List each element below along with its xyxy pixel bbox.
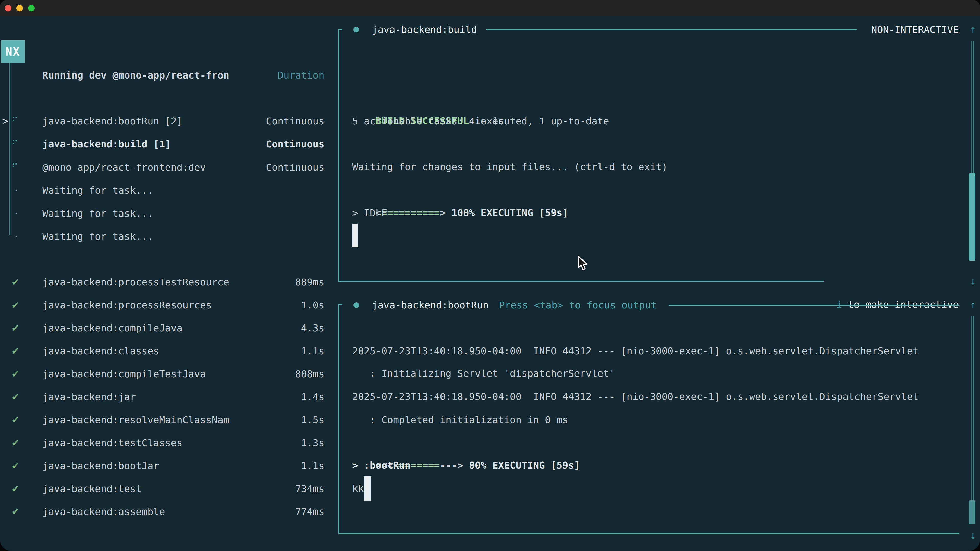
log-line: : Initializing Servlet 'dispatcherServle… xyxy=(352,362,615,385)
completed-task-row[interactable]: ✔java-backend:compileJava4.3s xyxy=(0,294,325,317)
build-panel-header-rule xyxy=(486,29,857,30)
task-duration: 774ms xyxy=(295,506,325,517)
build-scroll-up-icon[interactable]: ↑ xyxy=(967,17,979,41)
completed-task-row[interactable]: ✔java-backend:compileTestJava808ms xyxy=(0,340,325,362)
log-line: : Completed initialization in 0 ms xyxy=(352,408,568,431)
completed-task-row[interactable]: ✔java-backend:processResources1.0s xyxy=(0,271,325,294)
completed-task-row[interactable]: ✔java-backend:resolveMainClassNam1.5s xyxy=(0,386,325,408)
completed-task-row[interactable]: ✔java-backend:processTestResource889ms xyxy=(0,248,325,271)
build-waiting-line: Waiting for changes to input files... (c… xyxy=(352,156,667,178)
interactive-hint: i to make interactive xyxy=(813,270,959,293)
bootrun-input-line[interactable]: kk xyxy=(352,477,364,500)
task-label: java-backend:assemble xyxy=(42,500,165,523)
task-row-build-selected[interactable]: ⠋java-backend:build [1]Continuous xyxy=(0,110,325,133)
task-row-waiting: ·Waiting for task... xyxy=(0,156,325,179)
focus-output-hint: Press <tab> to focus output xyxy=(499,294,657,317)
completed-task-row[interactable]: ✔java-backend:test734ms xyxy=(0,454,325,477)
build-scroll-down-icon[interactable]: ↓ xyxy=(967,270,979,292)
log-line: 2025-07-23T13:40:18.950-04:00 INFO 44312… xyxy=(352,340,918,362)
build-idle-line: > IDLE xyxy=(352,202,387,224)
bootrun-scroll-up-icon[interactable]: ↑ xyxy=(967,293,979,316)
build-progress-line: <==========> 100% EXECUTING [59s] xyxy=(352,178,568,201)
titlebar xyxy=(0,0,980,16)
progress-bar: ========== xyxy=(381,207,440,218)
bootrun-scrollbar-track[interactable] xyxy=(971,316,974,501)
completed-task-row[interactable]: ✔java-backend:classes1.1s xyxy=(0,317,325,340)
sidebar-header: Running dev @mono-app/react-fronDuration xyxy=(0,41,325,64)
bootrun-panel-left-border xyxy=(338,304,339,534)
build-terminal-cursor xyxy=(352,224,358,248)
bootrun-panel-bottom-border xyxy=(338,533,959,534)
sidebar-title: Running dev @mono-app/react-fron xyxy=(42,64,229,87)
completed-task-row[interactable]: ✔java-backend:bootJar1.1s xyxy=(0,431,325,454)
non-interactive-badge: NON-INTERACTIVE xyxy=(871,18,959,41)
build-panel-left-border xyxy=(338,29,339,282)
close-button[interactable] xyxy=(5,5,11,11)
duration-header: Duration xyxy=(278,70,325,81)
progress-dashes: ---> xyxy=(440,460,469,471)
bootrun-scroll-down-icon[interactable]: ↓ xyxy=(967,524,979,547)
bootrun-panel-title: java-backend:bootRun xyxy=(372,294,489,317)
build-panel-title: java-backend:build xyxy=(372,18,477,41)
completed-task-row[interactable]: ✔java-backend:assemble774ms xyxy=(0,477,325,500)
bootrun-progress-line: <<<========---> 80% EXECUTING [59s] xyxy=(352,431,580,454)
task-row-bootrun[interactable]: ⠋java-backend:bootRun [2]Continuous xyxy=(0,87,325,110)
bootrun-panel-bullet-icon xyxy=(353,302,359,308)
task-row-waiting: ·Waiting for task... xyxy=(0,179,325,202)
progress-bracket-right: > xyxy=(440,207,452,218)
progress-label: 100% EXECUTING [59s] xyxy=(452,207,568,218)
completed-task-row[interactable]: ✔java-backend:testClasses1.3s xyxy=(0,408,325,431)
build-panel-bullet-icon xyxy=(353,27,359,32)
build-panel-bottom-border xyxy=(338,281,824,282)
task-row-frontend-dev[interactable]: ⠋@mono-app/react-frontend:devContinuous xyxy=(0,133,325,156)
check-icon: ✔ xyxy=(11,500,19,523)
zoom-button[interactable] xyxy=(28,5,35,11)
pending-dot-icon: · xyxy=(13,225,19,248)
terminal-window: NX Running dev @mono-app/react-fronDurat… xyxy=(0,0,980,551)
build-scrollbar-track[interactable] xyxy=(971,41,974,174)
minimize-button[interactable] xyxy=(16,5,23,11)
bootrun-terminal-cursor xyxy=(364,476,371,501)
build-scrollbar-thumb[interactable] xyxy=(969,173,975,261)
build-summary-line: 5 actionable tasks: 4 executed, 1 up-to-… xyxy=(352,110,609,133)
mouse-cursor xyxy=(577,256,589,272)
completed-task-row[interactable]: ✔java-backend:jar1.4s xyxy=(0,362,325,386)
log-line: 2025-07-23T13:40:18.950-04:00 INFO 44312… xyxy=(352,385,918,408)
build-success-line: BUILD SUCCESSFUL in 1s xyxy=(352,86,504,110)
bootrun-command-line: > :bootRun xyxy=(352,454,410,477)
task-label: Waiting for task... xyxy=(42,225,153,248)
task-row-waiting: ·Waiting for task... xyxy=(0,202,325,225)
keybind-hints: quit: q help: ? xyxy=(0,523,325,546)
progress-label: 80% EXECUTING [59s] xyxy=(469,460,580,471)
bootrun-scrollbar-thumb[interactable] xyxy=(969,500,975,524)
bootrun-panel-header-rule xyxy=(669,305,959,306)
